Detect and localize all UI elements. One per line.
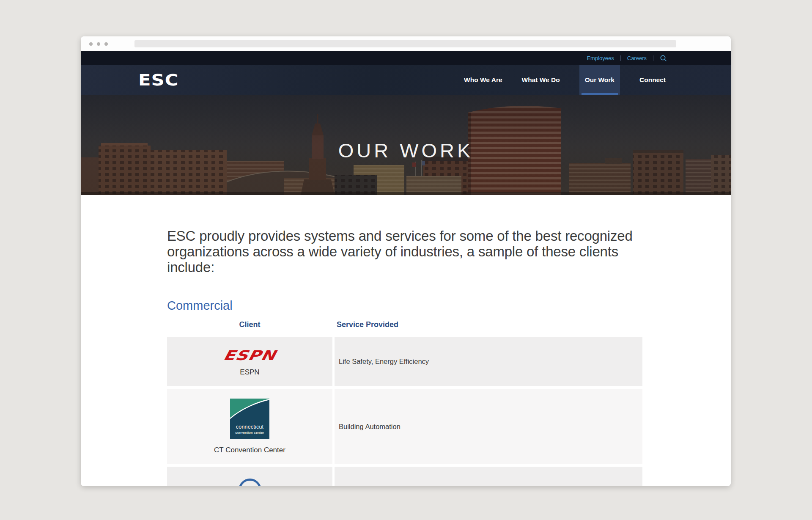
nav-item-connect[interactable]: Connect	[639, 65, 666, 95]
client-cell	[167, 467, 332, 486]
table-header-row: Client Service Provided	[167, 320, 642, 329]
service-cell: Building Automation	[335, 389, 642, 464]
nav-item-what-we-do[interactable]: What We Do	[522, 65, 560, 95]
ctcc-logo-text: connecticut	[230, 424, 269, 430]
divider	[653, 55, 653, 61]
espn-logo: ESPN	[222, 349, 277, 362]
window-control-dot[interactable]	[104, 42, 108, 46]
page-content: ESC proudly provides systems and service…	[81, 228, 731, 486]
hero-banner: OUR WORK	[81, 95, 731, 195]
window-control-dot[interactable]	[89, 42, 93, 46]
service-cell	[335, 467, 642, 486]
intro-paragraph: ESC proudly provides systems and service…	[167, 228, 642, 275]
careers-link[interactable]: Careers	[627, 55, 647, 61]
address-bar[interactable]	[134, 40, 676, 47]
main-nav: Who We Are What We Do Our Work Connect	[464, 65, 666, 95]
service-cell: Life Safety, Energy Efficiency	[335, 337, 642, 386]
browser-chrome	[81, 36, 731, 51]
client-name: CT Convention Center	[214, 446, 285, 454]
page-title: OUR WORK	[81, 139, 731, 162]
esc-logo[interactable]: ESC	[138, 71, 179, 89]
nav-item-who-we-are[interactable]: Who We Are	[464, 65, 502, 95]
window-control-dot[interactable]	[97, 42, 100, 46]
browser-window: Employees Careers ESC Who We Are What We…	[81, 36, 731, 486]
column-header-service: Service Provided	[332, 320, 642, 329]
window-controls[interactable]	[89, 42, 108, 46]
utility-nav: Employees Careers	[81, 51, 731, 65]
employees-link[interactable]: Employees	[587, 55, 614, 61]
table-row-espn: ESPN ESPN Life Safety, Energy Efficiency	[167, 337, 642, 386]
partial-circle-logo	[239, 479, 261, 486]
table-row-ct-convention-center: connecticut convention center CT Convent…	[167, 389, 642, 464]
search-button[interactable]	[660, 55, 667, 62]
client-table: ESPN ESPN Life Safety, Energy Efficiency…	[167, 337, 642, 486]
client-cell: connecticut convention center CT Convent…	[167, 389, 332, 464]
nav-item-our-work[interactable]: Our Work	[579, 65, 620, 95]
section-heading-commercial: Commercial	[167, 299, 731, 313]
client-name: ESPN	[240, 368, 259, 377]
main-navbar: ESC Who We Are What We Do Our Work Conne…	[81, 65, 731, 95]
client-cell: ESPN ESPN	[167, 337, 332, 386]
column-header-client: Client	[167, 320, 332, 329]
search-icon	[660, 55, 667, 62]
ctcc-logo-subtext: convention center	[230, 431, 269, 435]
table-row-partial	[167, 467, 642, 486]
divider	[620, 55, 621, 61]
ct-convention-center-logo: connecticut convention center	[230, 399, 269, 439]
